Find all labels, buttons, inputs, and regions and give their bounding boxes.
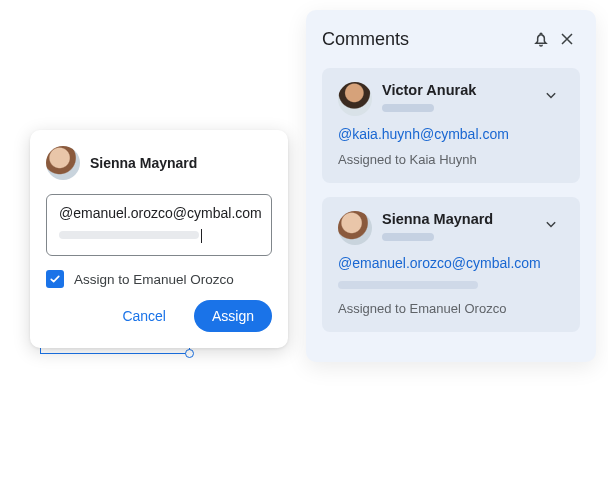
assign-checkbox-row[interactable]: Assign to Emanuel Orozco [46, 270, 272, 288]
assign-checkbox-label: Assign to Emanuel Orozco [74, 272, 234, 287]
mention-link[interactable]: @emanuel.orozco@cymbal.com [338, 255, 564, 271]
comment-input-value: @emanuel.orozco@cymbal.com [59, 205, 259, 221]
comment-header: Sienna Maynard [338, 211, 564, 245]
author-name: Sienna Maynard [90, 155, 197, 171]
selection-handle[interactable] [185, 349, 194, 358]
assigned-to-text: Assigned to Emanuel Orozco [338, 301, 564, 316]
timestamp-skeleton [382, 233, 434, 241]
assigned-to-text: Assigned to Kaia Huynh [338, 152, 564, 167]
comments-panel: Comments Victor Anurak @kaia.huynh@cymba… [306, 10, 596, 362]
comment-header: Victor Anurak [338, 82, 564, 116]
popup-header: Sienna Maynard [46, 146, 272, 180]
assign-checkbox[interactable] [46, 270, 64, 288]
comment-author: Sienna Maynard [382, 211, 493, 227]
chevron-down-icon [541, 214, 561, 234]
avatar [46, 146, 80, 180]
avatar [338, 82, 372, 116]
text-skeleton [59, 231, 199, 239]
avatar [338, 211, 372, 245]
comment-card: Victor Anurak @kaia.huynh@cymbal.com Ass… [322, 68, 580, 183]
check-icon [49, 273, 61, 285]
chevron-down-icon [541, 85, 561, 105]
assign-button[interactable]: Assign [194, 300, 272, 332]
cancel-button[interactable]: Cancel [104, 300, 184, 332]
button-row: Cancel Assign [46, 300, 272, 332]
comment-card: Sienna Maynard @emanuel.orozco@cymbal.co… [322, 197, 580, 332]
text-skeleton [338, 281, 478, 289]
timestamp-skeleton [382, 104, 434, 112]
comment-compose-popup: Sienna Maynard @emanuel.orozco@cymbal.co… [30, 130, 288, 348]
text-caret [201, 229, 202, 243]
expand-button[interactable] [538, 82, 564, 108]
notifications-icon[interactable] [528, 26, 554, 52]
close-icon[interactable] [554, 26, 580, 52]
comment-input[interactable]: @emanuel.orozco@cymbal.com [46, 194, 272, 256]
comment-author: Victor Anurak [382, 82, 476, 98]
panel-header: Comments [322, 26, 580, 52]
expand-button[interactable] [538, 211, 564, 237]
panel-title: Comments [322, 29, 528, 50]
mention-link[interactable]: @kaia.huynh@cymbal.com [338, 126, 564, 142]
